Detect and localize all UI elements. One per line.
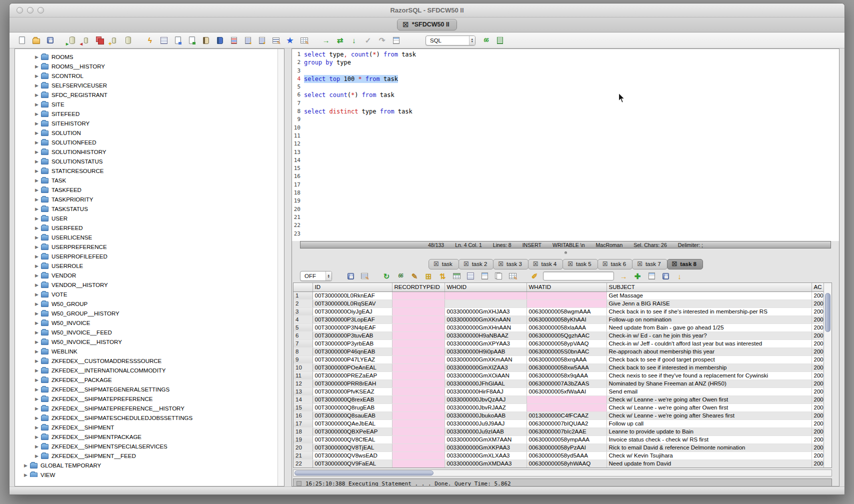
cell[interactable]: 200 xyxy=(812,372,824,380)
table-tools-icon[interactable] xyxy=(298,35,310,46)
cell[interactable]: 0033000000GmXOiAAN xyxy=(444,372,526,380)
cell[interactable]: 200 xyxy=(812,300,824,308)
import-data-icon[interactable] xyxy=(186,35,198,46)
table-row[interactable]: 300T3000000OiyJgEAJ0033000000GmXHJAA3006… xyxy=(294,308,824,316)
cell[interactable]: 00T3000000QV8TjEAL xyxy=(312,444,392,452)
disconnect-icon[interactable]: ◂ xyxy=(80,35,92,46)
tree-item-zkfedex-shipmatescheduledjobssettings[interactable]: ▶ZKFEDEX__SHIPMATESCHEDULEDJOBSSETTINGS xyxy=(15,413,284,422)
cell[interactable]: 200 xyxy=(812,308,824,316)
cell[interactable]: 006300000058yKhAAI xyxy=(526,316,606,324)
table-row[interactable]: 800T3000000P46qnEAB0033000000H9i0pAAB006… xyxy=(294,348,824,356)
cell[interactable]: Nominated by Shane Freeman at ANZ (HR50) xyxy=(606,380,812,388)
expand-arrow-icon[interactable]: ▶ xyxy=(35,112,41,116)
cell[interactable]: 006300000058x9qAAA xyxy=(526,372,606,380)
table-row[interactable]: 600T3000000P3tuvEAB0033000000H9aNBAAZ006… xyxy=(294,332,824,340)
table-row[interactable]: 700T3000000P3yrbEAB0033000000GmXPYAA3006… xyxy=(294,340,824,348)
expand-arrow-icon[interactable]: ▶ xyxy=(35,121,41,126)
cell[interactable]: 200 xyxy=(812,388,824,396)
cell[interactable] xyxy=(526,292,606,300)
tree-item-vote[interactable]: ▶VOTE xyxy=(15,290,284,299)
cell[interactable]: 00T3000000QAeJbEAL xyxy=(312,420,392,428)
tree-item-taskstatus[interactable]: ▶TASKSTATUS xyxy=(15,204,284,214)
cell[interactable]: Need update from Bain - gave go ahead 1/… xyxy=(606,324,812,332)
cell[interactable] xyxy=(526,396,606,404)
notes-icon[interactable] xyxy=(390,35,402,46)
cell[interactable]: 200 xyxy=(812,396,824,404)
tree-item-w50-invoice-feed[interactable]: ▶W50_INVOICE__FEED xyxy=(15,328,284,337)
cell[interactable]: 00T3000000P47LYEAZ xyxy=(312,356,392,364)
expand-arrow-icon[interactable]: ▶ xyxy=(35,416,41,420)
result-tab-task-4[interactable]: ☒task 4 xyxy=(528,259,563,270)
cell[interactable]: 0033000000GmXPYAA3 xyxy=(444,340,526,348)
expand-arrow-icon[interactable]: ▶ xyxy=(35,54,41,60)
code-line[interactable]: select type, count(*) from task xyxy=(304,50,416,58)
tree-item-userprofilefeed[interactable]: ▶USERPROFILEFEED xyxy=(15,252,284,261)
cell[interactable]: 200 xyxy=(812,324,824,332)
expand-arrow-icon[interactable]: ▶ xyxy=(35,378,41,382)
expand-arrow-icon[interactable]: ▶ xyxy=(35,302,41,306)
cell[interactable]: Check w/ Leanne - we're going after Owen… xyxy=(606,396,812,404)
minimize-button[interactable] xyxy=(27,7,34,14)
cell[interactable]: 00T3000000QV9FaEAL xyxy=(312,460,392,468)
database-icon[interactable] xyxy=(122,35,134,46)
cell[interactable] xyxy=(392,420,444,428)
results-list-icon[interactable] xyxy=(494,35,506,46)
table-row[interactable]: 500T3000000P3N4pEAF0033000000GmXHnAAN006… xyxy=(294,324,824,332)
cell[interactable] xyxy=(392,372,444,380)
cell[interactable]: 0033000000GmXIZAA3 xyxy=(444,364,526,372)
tab-close-icon[interactable]: ☒ xyxy=(402,22,408,28)
cell[interactable] xyxy=(392,356,444,364)
expand-arrow-icon[interactable]: ▶ xyxy=(35,330,41,335)
titlebar[interactable]: RazorSQL - SFDCW50 II xyxy=(10,4,844,18)
code-line[interactable]: select distinct type from task xyxy=(304,108,412,116)
tree-item-userrole[interactable]: ▶USERROLE xyxy=(15,261,284,270)
tab-close-icon[interactable]: ☒ xyxy=(533,261,538,267)
cell[interactable] xyxy=(526,300,606,308)
tree-item-sitehistory[interactable]: ▶SITEHISTORY xyxy=(15,118,284,128)
tree-item-taskfeed[interactable]: ▶TASKFEED xyxy=(15,185,284,194)
cell[interactable] xyxy=(392,300,444,308)
tree-item-site[interactable]: ▶SITE xyxy=(15,100,284,109)
cell[interactable] xyxy=(392,348,444,356)
cell[interactable]: 200 xyxy=(812,436,824,444)
cell[interactable]: 200 xyxy=(812,340,824,348)
cell[interactable] xyxy=(392,452,444,460)
expand-arrow-icon[interactable]: ▶ xyxy=(35,130,41,136)
tree-item-solution[interactable]: ▶SOLUTION xyxy=(15,128,284,138)
new-file-icon[interactable] xyxy=(16,35,28,46)
expand-arrow-icon[interactable]: ▶ xyxy=(35,292,41,297)
expand-arrow-icon[interactable]: ▶ xyxy=(35,64,41,69)
expand-arrow-icon[interactable]: ▶ xyxy=(35,197,41,202)
combo-stepper-icon[interactable]: ▲▼ xyxy=(326,272,332,280)
cell[interactable]: Check w/ Leanne - we're going after Owen… xyxy=(606,404,812,412)
cell[interactable] xyxy=(392,460,444,468)
expand-arrow-icon[interactable]: ▶ xyxy=(35,159,41,164)
cell[interactable] xyxy=(392,404,444,412)
cell[interactable]: Need update from David xyxy=(606,460,812,468)
highlight-icon[interactable]: ✐ xyxy=(529,270,540,282)
notepad-icon[interactable] xyxy=(646,270,657,282)
edit-book-icon[interactable] xyxy=(200,35,212,46)
statement-type-select[interactable]: SQL▲▼ xyxy=(426,36,476,46)
cell[interactable]: Check-in w/ Jeff - couldn't afford last … xyxy=(606,340,812,348)
expand-arrow-icon[interactable]: ▶ xyxy=(35,264,41,268)
expand-arrow-icon[interactable]: ▶ xyxy=(35,425,41,430)
panel-view-icon[interactable] xyxy=(479,270,490,282)
column-header-rownum[interactable] xyxy=(294,283,312,292)
row-count-icon[interactable]: 66 xyxy=(480,35,492,46)
cell[interactable]: 00630000005xfWaAAI xyxy=(526,388,606,396)
expand-arrow-icon[interactable]: ▶ xyxy=(35,444,41,449)
cell[interactable]: 00T3000000L0RqSEAV xyxy=(312,300,392,308)
view-row-icon[interactable]: 66 xyxy=(395,270,406,282)
cell[interactable]: 00T3000000Q8rexEAB xyxy=(312,396,392,404)
documentation-icon[interactable] xyxy=(214,35,226,46)
expand-arrow-icon[interactable]: ▶ xyxy=(35,150,41,154)
tree-item-staticresource[interactable]: ▶STATICRESOURCE xyxy=(15,166,284,176)
expand-arrow-icon[interactable]: ▶ xyxy=(35,273,41,278)
cell[interactable]: 006300000058wgmAAA xyxy=(526,308,606,316)
cell[interactable]: 0033000000JbukoAAB xyxy=(444,412,526,420)
cell[interactable]: 0033000000GmXKnAAN xyxy=(444,316,526,324)
tree-item-scontrol[interactable]: ▶SCONTROL xyxy=(15,71,284,80)
cell[interactable]: 00T3000000PREZaEAP xyxy=(312,372,392,380)
cell[interactable]: 006300000058ypVAAQ xyxy=(526,340,606,348)
